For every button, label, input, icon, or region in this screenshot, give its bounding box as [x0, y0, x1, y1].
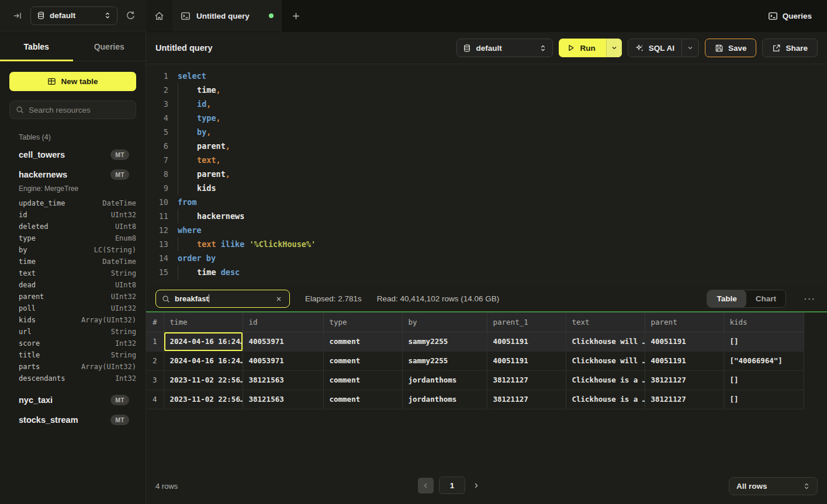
sidebar-search-input[interactable]	[29, 106, 130, 114]
code-line-9[interactable]: 9kids	[153, 181, 827, 195]
data-cell[interactable]: 38121127	[645, 390, 724, 409]
code-line-14[interactable]: 14order by	[153, 251, 827, 265]
data-cell[interactable]: 2024-04-16 16:24…	[164, 332, 243, 351]
column-deleted[interactable]: deletedUInt8	[9, 221, 136, 232]
data-cell[interactable]: 40051191	[645, 332, 724, 351]
column-descendants[interactable]: descendantsInt32	[9, 373, 136, 384]
code-line-5[interactable]: 5by,	[153, 125, 827, 139]
data-cell[interactable]: 40051191	[487, 332, 566, 351]
data-cell[interactable]: 40053971	[243, 332, 323, 351]
data-cell[interactable]: 2023-11-02 22:56…	[164, 370, 243, 390]
sidebar-collapse-button[interactable]	[11, 9, 25, 23]
data-cell[interactable]: comment	[323, 370, 402, 390]
data-cell[interactable]: 38121563	[243, 370, 323, 390]
code-line-8[interactable]: 8parent,	[153, 167, 827, 181]
sidebar-table-stocks_stream[interactable]: stocks_streamMT	[9, 410, 136, 430]
page-number-input[interactable]: 1	[439, 477, 465, 494]
data-cell[interactable]: comment	[323, 332, 402, 351]
code-line-11[interactable]: 11hackernews	[153, 209, 827, 223]
data-cell[interactable]: 40051191	[645, 351, 724, 370]
sql-editor[interactable]: 1select2time,3id,4type,5by,6parent,7text…	[146, 64, 827, 286]
column-header-parent_1[interactable]: parent_1	[487, 312, 566, 332]
column-header-text[interactable]: text	[566, 312, 645, 332]
column-header-rownum[interactable]: #	[146, 312, 164, 332]
results-more-button[interactable]: ···	[801, 293, 818, 305]
code-line-3[interactable]: 3id,	[153, 97, 827, 111]
code-line-1[interactable]: 1select	[153, 69, 827, 83]
column-time[interactable]: timeDateTime	[9, 256, 136, 267]
sidebar-search[interactable]	[9, 100, 136, 119]
data-cell[interactable]: jordanthoms	[402, 370, 487, 390]
column-dead[interactable]: deadUInt8	[9, 279, 136, 291]
data-cell[interactable]: comment	[323, 390, 402, 409]
data-cell[interactable]: ["40066964"]	[724, 351, 804, 370]
results-search[interactable]: breakfast	[155, 290, 290, 308]
run-options-button[interactable]	[606, 39, 622, 57]
data-cell[interactable]: comment	[323, 351, 402, 370]
row-number-cell[interactable]: 3	[146, 370, 164, 390]
query-database-select[interactable]: default	[456, 39, 553, 57]
code-line-6[interactable]: 6parent,	[153, 139, 827, 153]
data-cell[interactable]: sammy2255	[402, 351, 487, 370]
prev-page-button[interactable]	[418, 478, 434, 493]
next-page-button[interactable]	[470, 480, 482, 491]
code-line-4[interactable]: 4type,	[153, 111, 827, 125]
workspace-database-select[interactable]: default	[30, 6, 117, 25]
share-button[interactable]: Share	[762, 39, 818, 57]
column-header-parent[interactable]: parent	[645, 312, 724, 332]
column-header-id[interactable]: id	[243, 312, 323, 332]
code-line-7[interactable]: 7text,	[153, 153, 827, 167]
column-header-time[interactable]: time	[164, 312, 243, 332]
column-header-type[interactable]: type	[323, 312, 402, 332]
refresh-button[interactable]	[123, 8, 138, 23]
column-text[interactable]: textString	[9, 267, 136, 279]
column-parts[interactable]: partsArray(UInt32)	[9, 361, 136, 373]
view-toggle-chart[interactable]: Chart	[746, 290, 786, 307]
column-title[interactable]: titleString	[9, 349, 136, 361]
data-cell[interactable]: []	[724, 370, 804, 390]
row-number-cell[interactable]: 2	[146, 351, 164, 370]
code-line-13[interactable]: 13text ilike '%ClickHouse%'	[153, 237, 827, 251]
column-header-by[interactable]: by	[402, 312, 487, 332]
data-cell[interactable]: []	[724, 390, 804, 409]
column-type[interactable]: typeEnum8	[9, 232, 136, 244]
data-cell[interactable]: 40053971	[243, 351, 323, 370]
column-score[interactable]: scoreInt32	[9, 338, 136, 349]
data-cell[interactable]: 40051191	[487, 351, 566, 370]
sidebar-table-nyc_taxi[interactable]: nyc_taxiMT	[9, 390, 136, 410]
data-cell[interactable]: 2023-11-02 22:56…	[164, 390, 243, 409]
sidebar-table-hackernews[interactable]: hackernewsMT	[9, 165, 136, 185]
data-cell[interactable]: Clickhouse will …	[566, 351, 645, 370]
data-cell[interactable]: 2024-04-16 16:24…	[164, 351, 243, 370]
new-tab-button[interactable]	[282, 0, 309, 32]
data-cell[interactable]: sammy2255	[402, 332, 487, 351]
data-cell[interactable]: 38121127	[487, 390, 566, 409]
code-line-2[interactable]: 2time,	[153, 83, 827, 97]
save-button[interactable]: Save	[705, 39, 757, 57]
clear-search-button[interactable]	[274, 294, 283, 304]
data-cell[interactable]: jordanthoms	[402, 390, 487, 409]
tab-untitled-query[interactable]: Untitled query	[172, 0, 282, 32]
data-cell[interactable]: Clickhouse is a …	[566, 370, 645, 390]
page-size-select[interactable]: All rows	[729, 477, 818, 495]
queries-panel-button[interactable]: Queries	[761, 0, 827, 32]
sidebar-tab-queries[interactable]: Queries	[73, 32, 146, 61]
column-poll[interactable]: pollUInt32	[9, 303, 136, 314]
column-url[interactable]: urlString	[9, 326, 136, 338]
sql-ai-button[interactable]: SQL AI	[628, 39, 681, 57]
row-number-cell[interactable]: 4	[146, 390, 164, 409]
code-line-12[interactable]: 12where	[153, 223, 827, 237]
code-line-10[interactable]: 10from	[153, 195, 827, 209]
column-by[interactable]: byLC(String)	[9, 244, 136, 256]
run-button[interactable]: Run	[559, 39, 605, 57]
column-id[interactable]: idUInt32	[9, 209, 136, 221]
column-kids[interactable]: kidsArray(UInt32)	[9, 314, 136, 326]
column-update_time[interactable]: update_timeDateTime	[9, 197, 136, 209]
data-cell[interactable]: 38121127	[487, 370, 566, 390]
column-header-kids[interactable]: kids	[724, 312, 804, 332]
row-number-cell[interactable]: 1	[146, 332, 164, 351]
data-cell[interactable]: []	[724, 332, 804, 351]
data-cell[interactable]: Clickhouse will …	[566, 332, 645, 351]
home-button[interactable]	[146, 0, 172, 32]
code-line-15[interactable]: 15time desc	[153, 265, 827, 279]
